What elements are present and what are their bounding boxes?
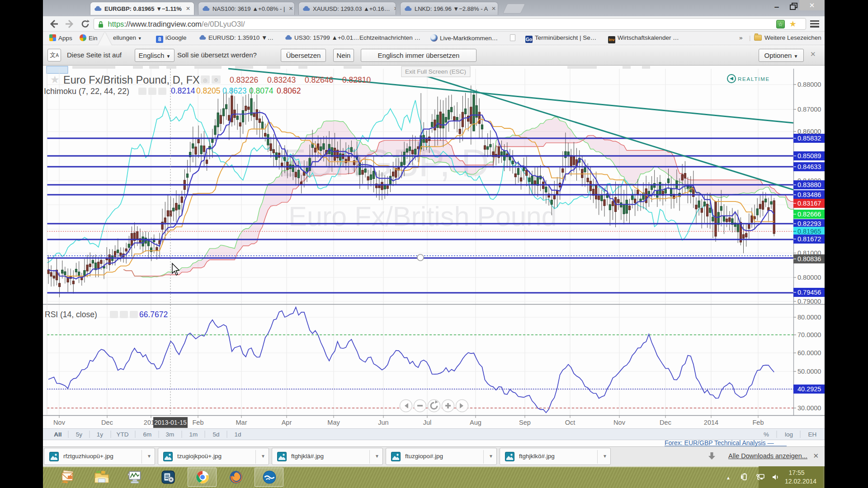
svg-text:0.79456: 0.79456 (797, 289, 821, 296)
svg-text:0.81965: 0.81965 (797, 228, 821, 235)
svg-text:Dec: Dec (101, 419, 113, 426)
svg-text:5y: 5y (76, 431, 83, 438)
svg-text:Jun: Jun (378, 419, 388, 426)
svg-text:Forex: EUR/GBP Technical Analy: Forex: EUR/GBP Technical Analysis — (665, 439, 774, 446)
svg-text:80.0000: 80.0000 (797, 314, 821, 321)
svg-text:Aug: Aug (470, 419, 481, 426)
svg-text:0.87000: 0.87000 (797, 106, 821, 113)
svg-text:Apr: Apr (282, 419, 292, 426)
svg-text:Feb: Feb (193, 419, 204, 426)
svg-text:%: % (764, 431, 769, 438)
svg-text:YTD: YTD (117, 431, 129, 438)
svg-text:May: May (327, 419, 340, 426)
svg-text:★: ★ (50, 74, 60, 85)
svg-text:1m: 1m (189, 431, 198, 438)
svg-text:0.85089: 0.85089 (797, 152, 821, 160)
svg-text:5d: 5d (212, 431, 219, 438)
svg-text:Euro Fx/British Pound: Euro Fx/British Pound (288, 201, 557, 232)
svg-text:⚙: ⚙ (214, 77, 218, 83)
svg-text:Mar: Mar (236, 419, 247, 426)
svg-text:0.8205: 0.8205 (196, 86, 221, 95)
svg-text:70.0000: 70.0000 (797, 331, 821, 338)
svg-text:3m: 3m (166, 431, 175, 438)
svg-text:6m: 6m (143, 431, 152, 438)
svg-text:Jul: Jul (423, 419, 432, 426)
svg-text:0.83880: 0.83880 (797, 181, 821, 188)
svg-text:2014: 2014 (704, 419, 718, 426)
svg-text:Oct: Oct (565, 419, 576, 426)
svg-text:0.82293: 0.82293 (797, 220, 821, 227)
svg-text:◎: ◎ (203, 77, 208, 83)
svg-text:0.80836: 0.80836 (797, 255, 821, 263)
svg-text:0.82666: 0.82666 (797, 211, 821, 218)
svg-text:40.2925: 40.2925 (797, 385, 821, 393)
svg-text:0.84633: 0.84633 (797, 163, 821, 170)
svg-text:Euro Fx/British Pound, D, FX: Euro Fx/British Pound, D, FX (63, 74, 200, 86)
svg-text:Nov: Nov (613, 419, 626, 426)
svg-text:0.83226: 0.83226 (230, 75, 258, 84)
svg-text:Feb: Feb (753, 419, 764, 426)
svg-text:0.80000: 0.80000 (797, 274, 821, 281)
svg-text:50.0000: 50.0000 (797, 368, 821, 375)
svg-text:1d: 1d (234, 431, 241, 438)
svg-text:0.8214: 0.8214 (171, 86, 195, 95)
svg-text:0.82810: 0.82810 (342, 75, 371, 84)
svg-text:60.0000: 60.0000 (797, 349, 821, 357)
svg-text:Ichimoku (7, 22, 44, 22): Ichimoku (7, 22, 44, 22) (44, 87, 129, 96)
svg-text:0.8062: 0.8062 (277, 86, 301, 95)
svg-text:RSI (14, close): RSI (14, close) (45, 310, 97, 319)
svg-text:0.79000: 0.79000 (797, 298, 821, 305)
svg-text:Exit Full Screen (ESC): Exit Full Screen (ESC) (405, 68, 466, 75)
svg-text:66.7672: 66.7672 (139, 310, 168, 319)
svg-text:0.85832: 0.85832 (797, 135, 821, 142)
svg-text:log: log (785, 431, 793, 438)
svg-text:0.83243: 0.83243 (267, 75, 296, 84)
svg-text:1y: 1y (97, 431, 104, 438)
svg-text:0.83486: 0.83486 (797, 191, 821, 198)
svg-text:0.8623: 0.8623 (222, 86, 247, 95)
svg-text:0.81672: 0.81672 (797, 235, 821, 243)
svg-text:2013-01-15: 2013-01-15 (154, 419, 187, 426)
svg-text:Nov: Nov (53, 419, 66, 426)
svg-text:0.8074: 0.8074 (249, 86, 274, 95)
svg-text:Dec: Dec (660, 419, 671, 426)
svg-text:0.82646: 0.82646 (305, 75, 333, 84)
svg-text:All: All (54, 431, 61, 438)
svg-text:Sep: Sep (519, 419, 531, 426)
svg-text:30.0000: 30.0000 (797, 404, 821, 412)
svg-text:0.88000: 0.88000 (797, 81, 821, 88)
svg-text:0.83167: 0.83167 (797, 200, 821, 207)
svg-text:REALTIME: REALTIME (738, 76, 770, 82)
svg-text:EH: EH (808, 431, 817, 438)
